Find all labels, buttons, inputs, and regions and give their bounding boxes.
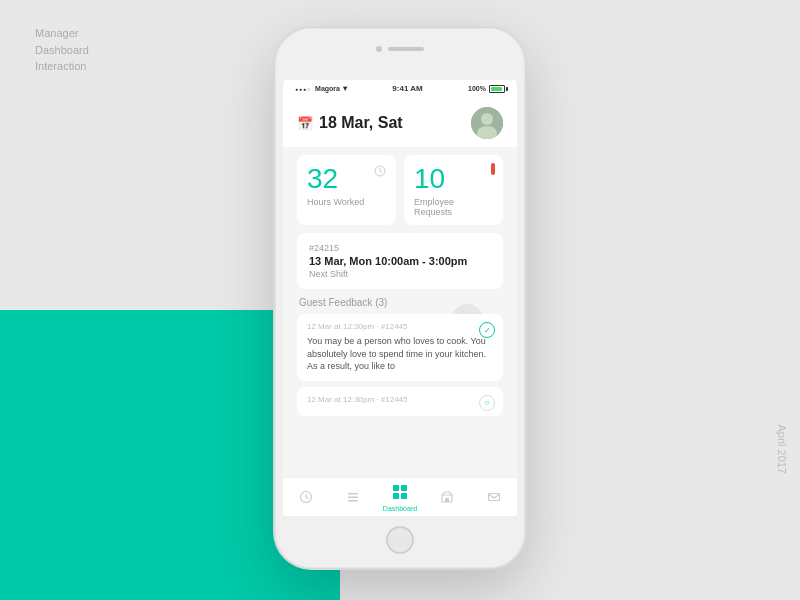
hours-label: Hours Worked bbox=[307, 197, 386, 207]
battery-pct: 100% bbox=[468, 85, 486, 92]
phone-top bbox=[376, 46, 424, 52]
employee-requests-card[interactable]: 10 Employee Requests bbox=[404, 155, 503, 225]
page-label: Manager Dashboard Interaction bbox=[35, 25, 89, 75]
clock-icon bbox=[374, 165, 386, 179]
signal-dots: ●●●○ bbox=[295, 86, 311, 92]
svg-point-1 bbox=[481, 113, 493, 125]
shift-card[interactable]: #24215 13 Mar, Mon 10:00am - 3:00pm Next… bbox=[297, 233, 503, 289]
feedback-section: Guest Feedback (3) 12 Mar at 12:30pm · #… bbox=[297, 297, 503, 416]
nav-list-icon bbox=[346, 490, 360, 507]
app-header: 📅 18 Mar, Sat bbox=[283, 97, 517, 147]
status-bar: ●●●○ Magora ▾ 9:41 AM 100% bbox=[283, 80, 517, 97]
user-avatar[interactable] bbox=[471, 107, 503, 139]
nav-dashboard-icon bbox=[392, 484, 408, 503]
speaker bbox=[388, 47, 424, 51]
nav-store-icon bbox=[440, 490, 454, 507]
nav-item-dashboard[interactable]: Dashboard bbox=[377, 484, 424, 512]
svg-line-5 bbox=[380, 171, 383, 173]
svg-rect-17 bbox=[445, 498, 449, 502]
feedback-card-wrapper: 12 Mar at 12:30pm · #12445 You may be a … bbox=[297, 314, 503, 381]
date-display: 18 Mar, Sat bbox=[319, 114, 403, 132]
feedback-meta-2: 12 Mar at 12:30pm · #12445 bbox=[307, 395, 493, 404]
svg-rect-15 bbox=[401, 493, 407, 499]
calendar-icon: 📅 bbox=[297, 116, 313, 131]
svg-rect-10 bbox=[348, 496, 358, 498]
stats-section: 32 Hours Worked 10 Employee Requests bbox=[283, 147, 517, 233]
feedback-card-1[interactable]: 12 Mar at 12:30pm · #12445 You may be a … bbox=[297, 314, 503, 381]
front-camera bbox=[376, 46, 382, 52]
feedback-check-1[interactable]: ✓ bbox=[479, 322, 495, 338]
date-section: 📅 18 Mar, Sat bbox=[297, 114, 403, 132]
feedback-text-1: You may be a person who loves to cook. Y… bbox=[307, 335, 493, 373]
svg-line-8 bbox=[306, 497, 309, 499]
shift-datetime: 13 Mar, Mon 10:00am - 3:00pm bbox=[309, 255, 491, 267]
nav-mail-icon bbox=[487, 490, 501, 507]
status-time: 9:41 AM bbox=[392, 84, 422, 93]
wifi-icon: ▾ bbox=[343, 84, 347, 93]
app-content[interactable]: 📅 18 Mar, Sat bbox=[283, 97, 517, 477]
alert-badge bbox=[491, 163, 495, 175]
side-label: April 2017 bbox=[776, 424, 788, 474]
phone-screen: ●●●○ Magora ▾ 9:41 AM 100% 📅 bbox=[283, 80, 517, 516]
svg-rect-13 bbox=[401, 485, 407, 491]
requests-label: Employee Requests bbox=[414, 197, 493, 217]
feedback-meta-1: 12 Mar at 12:30pm · #12445 bbox=[307, 322, 493, 331]
feedback-check-2[interactable]: ○ bbox=[479, 395, 495, 411]
battery-icon bbox=[489, 85, 505, 93]
feedback-card-2[interactable]: 12 Mar at 12:30pm · #12445 ○ bbox=[297, 387, 503, 416]
svg-rect-12 bbox=[393, 485, 399, 491]
svg-rect-9 bbox=[348, 493, 358, 495]
avatar-image bbox=[471, 107, 503, 139]
status-right: 100% bbox=[468, 85, 505, 93]
shift-type: Next Shift bbox=[309, 269, 491, 279]
shift-id: #24215 bbox=[309, 243, 491, 253]
status-left: ●●●○ Magora ▾ bbox=[295, 84, 347, 93]
requests-number: 10 bbox=[414, 165, 493, 193]
battery-fill bbox=[491, 87, 502, 91]
nav-dashboard-label: Dashboard bbox=[383, 505, 417, 512]
carrier-name: Magora bbox=[315, 85, 340, 92]
nav-item-mail[interactable] bbox=[470, 490, 517, 507]
home-button[interactable] bbox=[386, 526, 414, 554]
nav-item-list[interactable] bbox=[330, 490, 377, 507]
nav-clock-icon bbox=[299, 490, 313, 507]
nav-item-store[interactable] bbox=[423, 490, 470, 507]
phone-mockup: ●●●○ Magora ▾ 9:41 AM 100% 📅 bbox=[275, 28, 525, 568]
svg-rect-14 bbox=[393, 493, 399, 499]
svg-rect-11 bbox=[348, 500, 358, 502]
hours-worked-card[interactable]: 32 Hours Worked bbox=[297, 155, 396, 225]
phone-shell: ●●●○ Magora ▾ 9:41 AM 100% 📅 bbox=[275, 28, 525, 568]
bottom-nav: Dashboard bbox=[283, 477, 517, 516]
nav-item-clock[interactable] bbox=[283, 490, 330, 507]
svg-rect-18 bbox=[488, 493, 499, 500]
